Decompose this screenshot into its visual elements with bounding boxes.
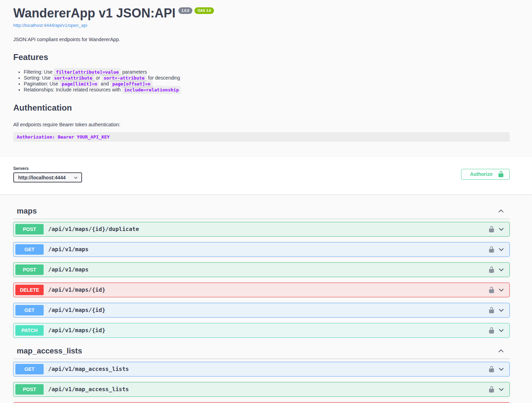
page-title: WandererApp v1 JSON:API 1.0.0 OAS 3.0 xyxy=(13,6,510,20)
endpoint-summary[interactable]: PATCH /api/v1/maps/{id} xyxy=(14,323,509,337)
endpoint-controls xyxy=(488,246,505,253)
chevron-down-icon[interactable] xyxy=(498,266,505,273)
lock-icon[interactable] xyxy=(488,286,495,293)
api-section-maps: maps POST /api/v1/maps/{id}/duplicate GE… xyxy=(13,203,510,338)
version-badges: 1.0.0 OAS 3.0 xyxy=(178,7,214,14)
lock-icon[interactable] xyxy=(488,246,495,253)
api-section-map_access_lists: map_access_lists GET /api/v1/map_access_… xyxy=(13,343,510,403)
endpoint-path: /api/v1/maps/{id}/duplicate xyxy=(48,226,488,232)
version-badge: 1.0.0 xyxy=(178,7,192,14)
scheme-container: Servers http://localhost:4444 Authorize xyxy=(0,157,532,194)
unlock-icon xyxy=(497,171,504,178)
chevron-down-icon[interactable] xyxy=(498,366,505,373)
endpoint-summary[interactable]: GET /api/v1/maps xyxy=(14,242,509,256)
endpoint-path: /api/v1/map_access_lists xyxy=(48,366,488,372)
endpoint-summary[interactable]: POST /api/v1/maps/{id}/duplicate xyxy=(14,222,509,236)
api-info-section: WandererApp v1 JSON:API 1.0.0 OAS 3.0 ht… xyxy=(0,0,532,157)
endpoint-controls xyxy=(488,266,505,273)
section-title: map_access_lists xyxy=(17,346,82,356)
method-badge: DELETE xyxy=(15,285,44,295)
section-rows: GET /api/v1/map_access_lists POST /api/v… xyxy=(13,359,510,403)
chevron-down-icon[interactable] xyxy=(498,386,505,393)
endpoint-summary[interactable]: POST /api/v1/map_access_lists xyxy=(14,382,509,396)
endpoint-summary[interactable]: GET /api/v1/map_access_lists xyxy=(14,362,509,376)
endpoint-summary[interactable]: DELETE /api/v1/maps/{id} xyxy=(14,283,509,297)
endpoint-path: /api/v1/maps/{id} xyxy=(48,286,488,293)
endpoint-row[interactable]: GET /api/v1/maps xyxy=(13,242,510,257)
endpoint-summary[interactable]: POST /api/v1/maps xyxy=(14,263,509,277)
feature-item: Pagination: Use page[limit]=n and page[o… xyxy=(24,81,510,87)
page-title-text: WandererApp v1 JSON:API xyxy=(13,6,176,20)
chevron-up-icon[interactable] xyxy=(497,347,505,355)
endpoint-path: /api/v1/maps xyxy=(48,266,488,273)
chevron-down-icon[interactable] xyxy=(498,286,505,293)
section-title: maps xyxy=(17,207,37,216)
endpoint-controls xyxy=(488,307,505,314)
auth-code-block: Authorization: Bearer YOUR_API_KEY xyxy=(13,132,510,142)
endpoint-summary[interactable]: GET /api/v1/maps/{id} xyxy=(14,303,509,317)
endpoint-row[interactable]: PATCH /api/v1/maps/{id} xyxy=(13,323,510,338)
method-badge: GET xyxy=(15,244,44,255)
endpoint-controls xyxy=(488,366,505,373)
server-select[interactable]: http://localhost:4444 xyxy=(13,172,82,182)
endpoint-path: /api/v1/maps/{id} xyxy=(48,327,488,334)
servers-block: Servers http://localhost:4444 xyxy=(13,166,82,182)
feature-item: Relationships: Include related resources… xyxy=(24,87,510,93)
lock-icon[interactable] xyxy=(488,386,495,393)
lock-icon[interactable] xyxy=(488,266,495,273)
api-description: JSON:API compliant endpoints for Wandere… xyxy=(13,37,510,42)
features-list: Filtering: Use filter[attribute]=value p… xyxy=(13,69,510,93)
lock-icon[interactable] xyxy=(488,327,495,334)
features-heading: Features xyxy=(13,52,510,62)
method-badge: GET xyxy=(15,364,44,374)
endpoint-row[interactable]: POST /api/v1/maps xyxy=(13,262,510,277)
inline-code: include=relationship xyxy=(122,86,181,94)
chevron-down-icon[interactable] xyxy=(498,327,505,334)
endpoint-row[interactable]: DELETE /api/v1/maps/{id} xyxy=(13,283,510,297)
auth-description: All endpoints require Bearer token authe… xyxy=(13,122,510,127)
chevron-up-icon[interactable] xyxy=(497,207,505,215)
endpoint-controls xyxy=(488,327,505,334)
section-rows: POST /api/v1/maps/{id}/duplicate GET /ap… xyxy=(13,219,510,338)
lock-icon[interactable] xyxy=(488,366,495,373)
endpoint-path: /api/v1/maps xyxy=(48,246,488,253)
servers-label: Servers xyxy=(13,166,82,171)
authorize-button-label: Authorize xyxy=(470,171,493,177)
feature-item: Filtering: Use filter[attribute]=value p… xyxy=(24,69,510,75)
api-sections: maps POST /api/v1/maps/{id}/duplicate GE… xyxy=(0,203,532,403)
endpoint-row[interactable]: POST /api/v1/map_access_lists xyxy=(13,382,510,397)
authentication-heading: Authentication xyxy=(13,103,510,113)
method-badge: POST xyxy=(15,384,44,395)
endpoint-row[interactable]: POST /api/v1/maps/{id}/duplicate xyxy=(13,222,510,237)
method-badge: PATCH xyxy=(15,325,44,336)
endpoint-controls xyxy=(488,386,505,393)
authorize-button[interactable]: Authorize xyxy=(461,169,510,180)
endpoint-controls xyxy=(488,286,505,293)
chevron-down-icon[interactable] xyxy=(498,307,505,314)
endpoint-row[interactable]: GET /api/v1/maps/{id} xyxy=(13,303,510,318)
endpoint-path: /api/v1/maps/{id} xyxy=(48,307,488,313)
endpoint-path: /api/v1/map_access_lists xyxy=(48,386,488,393)
method-badge: POST xyxy=(15,264,44,275)
method-badge: POST xyxy=(15,224,44,234)
chevron-down-icon[interactable] xyxy=(498,246,505,253)
chevron-down-icon[interactable] xyxy=(498,226,505,233)
endpoint-row[interactable]: GET /api/v1/map_access_lists xyxy=(13,362,510,376)
section-header[interactable]: maps xyxy=(13,203,510,219)
method-badge: GET xyxy=(15,305,44,315)
lock-icon[interactable] xyxy=(488,307,495,314)
section-header[interactable]: map_access_lists xyxy=(13,343,510,359)
spec-link[interactable]: http://localhost:4444/api/v1/open_api xyxy=(13,23,87,28)
endpoint-controls xyxy=(488,226,505,233)
oas-badge: OAS 3.0 xyxy=(194,7,214,14)
lock-icon[interactable] xyxy=(488,226,495,233)
